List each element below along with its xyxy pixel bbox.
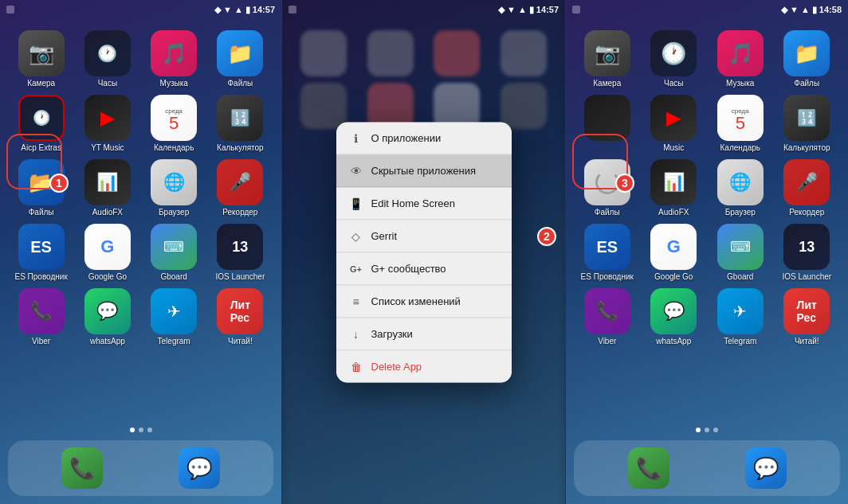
blur-icon-2 — [367, 30, 414, 76]
whatsapp-label-3: whatsApp — [656, 337, 691, 346]
app-calendar-3[interactable]: среда 5 Календарь — [709, 95, 772, 153]
android-icon — [6, 6, 14, 14]
dock-phone-1[interactable]: 📞 — [61, 447, 103, 489]
browser-label-3: Браузер — [725, 208, 756, 217]
camera-icon: 📷 — [18, 30, 65, 76]
camera-label: Камера — [27, 79, 55, 88]
audiofx-label-3: AudioFX — [658, 208, 689, 217]
app-browser-1[interactable]: 🌐 Браузер — [143, 159, 206, 217]
menu-icon-delete: 🗑 — [349, 359, 363, 373]
clock-label: Часы — [98, 79, 117, 88]
menu-item-delete[interactable]: 🗑 Delete App — [336, 350, 512, 382]
app-chitai-1[interactable]: ЛитРес Читай! — [209, 288, 272, 346]
app-calendar-1[interactable]: среда 5 Календарь — [143, 95, 206, 153]
svg-rect-1 — [289, 6, 296, 14]
app-gboard-3[interactable]: ⌨ Gboard — [709, 224, 772, 282]
app-ios13-3[interactable]: 13 IOS Launcher — [775, 224, 839, 282]
app-whatsapp-1[interactable]: 💬 whatsApp — [76, 288, 139, 346]
ios13-label: IOS Launcher — [216, 272, 265, 282]
dot-3b — [713, 428, 718, 432]
files-top-label-3: Файлы — [794, 79, 819, 88]
dock-messages-1[interactable]: 💬 — [179, 447, 220, 489]
app-camera-3[interactable]: 📷 Камера — [575, 30, 639, 88]
browser-label: Браузер — [159, 208, 189, 217]
blur-app-3 — [426, 30, 489, 76]
app-googlego-1[interactable]: G Google Go — [76, 224, 139, 282]
viber-icon-3: 📞 — [584, 288, 630, 334]
app-es-3[interactable]: ES ES Проводник — [575, 224, 639, 282]
time-1: 14:57 — [253, 5, 275, 14]
app-ytmusic-3[interactable]: ▶ Music — [642, 95, 706, 153]
music-label-3: Музыка — [726, 79, 754, 88]
viber-icon: 📞 — [18, 288, 65, 334]
ytmusic-label-3: Music — [663, 143, 684, 153]
app-audiofx-3[interactable]: 📊 AudioFX — [642, 159, 706, 217]
app-viber-1[interactable]: 📞 Viber — [10, 288, 73, 346]
music-label: Музыка — [159, 79, 187, 88]
calendar-label-3: Календарь — [720, 143, 760, 153]
app-aicp-1[interactable]: 🕐 Aicp Extras — [10, 95, 73, 153]
app-whatsapp-3[interactable]: 💬 whatsApp — [642, 288, 706, 346]
app-files-top-1[interactable]: 📁 Файлы — [209, 30, 272, 88]
dot-1 — [139, 428, 143, 432]
panel-3: ◆ ▼ ▲ ▮ 14:58 📷 Камера 🕐 Часы 🎵 Музыка 📁… — [566, 0, 848, 504]
browser-icon-3: 🌐 — [717, 159, 764, 205]
menu-item-hidden[interactable]: 👁 Скрытые приложения — [336, 154, 512, 187]
menu-item-gplus[interactable]: G+ G+ сообщество — [336, 252, 512, 285]
battery-icon: ▮ — [245, 5, 250, 15]
menu-item-edit[interactable]: 📱 Edit Home Screen — [336, 187, 512, 220]
app-calc-3[interactable]: 🔢 Калькулятор — [775, 95, 839, 153]
app-files-top-3[interactable]: 📁 Файлы — [775, 30, 839, 88]
panel-2: ◆ ▼ ▲ ▮ 14:57 — [282, 0, 566, 504]
app-dark-3[interactable] — [575, 95, 639, 153]
app-calc-1[interactable]: 🔢 Калькулятор — [209, 95, 272, 153]
calendar-icon-3: среда 5 — [717, 95, 764, 141]
app-ytmusic-1[interactable]: ▶ YT Music — [76, 95, 139, 153]
app-music-1[interactable]: 🎵 Музыка — [143, 30, 206, 88]
audiofx-label: AudioFX — [92, 208, 123, 217]
app-grid-3: 📷 Камера 🕐 Часы 🎵 Музыка 📁 Файлы ▶ Music… — [566, 24, 848, 353]
app-camera-1[interactable]: 📷 Камера — [10, 30, 73, 88]
app-gboard-1[interactable]: ⌨ Gboard — [143, 224, 206, 282]
recorder-icon-3: 🎤 — [783, 159, 830, 205]
camera-icon-3: 📷 — [584, 30, 630, 76]
menu-item-changelog[interactable]: ≡ Список изменений — [336, 285, 512, 318]
googlego-icon-3: G — [650, 224, 697, 270]
menu-text-edit: Edit Home Screen — [371, 197, 456, 209]
dock-1: 📞 💬 — [8, 440, 273, 496]
app-recorder-1[interactable]: 🎤 Рекордер — [209, 159, 272, 217]
menu-text-delete: Delete App — [371, 361, 422, 373]
audiofx-icon-3: 📊 — [650, 159, 697, 205]
app-googlego-3[interactable]: G Google Go — [642, 224, 706, 282]
app-clock-1[interactable]: 🕐 Часы — [76, 30, 139, 88]
app-audiofx-1[interactable]: 📊 AudioFX — [76, 159, 139, 217]
app-es-1[interactable]: ES ES Проводник — [10, 224, 73, 282]
blur-app-1 — [292, 30, 355, 76]
telegram-label: Telegram — [158, 337, 190, 346]
app-music-3[interactable]: 🎵 Музыка — [709, 30, 772, 88]
menu-item-downloads[interactable]: ↓ Загрузки — [336, 318, 512, 350]
panel-1: ◆ ▼ ▲ ▮ 14:57 📷 Камера 🕐 Часы 🎵 Музыка 📁… — [0, 0, 282, 504]
app-ios13-1[interactable]: 13 IOS Launcher — [209, 224, 272, 282]
app-clock-3[interactable]: 🕐 Часы — [642, 30, 706, 88]
dot-3a — [705, 428, 709, 432]
app-viber-3[interactable]: 📞 Viber — [575, 288, 639, 346]
music-icon-3: 🎵 — [717, 30, 764, 76]
calc-label-3: Калькулятор — [783, 143, 830, 153]
app-chitai-3[interactable]: ЛитРес Читай! — [775, 288, 839, 346]
blur-icon-1 — [300, 30, 347, 76]
blur-icon-8 — [501, 83, 547, 129]
app-browser-3[interactable]: 🌐 Браузер — [709, 159, 772, 217]
es-icon: ES — [18, 224, 65, 270]
dot-active-3 — [696, 428, 701, 432]
app-telegram-1[interactable]: ✈ Telegram — [143, 288, 206, 346]
calendar-label: Календарь — [154, 143, 194, 153]
filemanager-label-3: Файлы — [595, 208, 620, 217]
dock-messages-3[interactable]: 💬 — [745, 447, 787, 489]
ytmusic-icon: ▶ — [84, 95, 131, 141]
menu-item-gerrit[interactable]: ◇ Gerrit — [336, 220, 512, 252]
app-recorder-3[interactable]: 🎤 Рекордер — [775, 159, 839, 217]
menu-item-about[interactable]: ℹ О приложении — [336, 122, 512, 154]
dock-phone-3[interactable]: 📞 — [628, 447, 669, 489]
app-telegram-3[interactable]: ✈ Telegram — [709, 288, 772, 346]
